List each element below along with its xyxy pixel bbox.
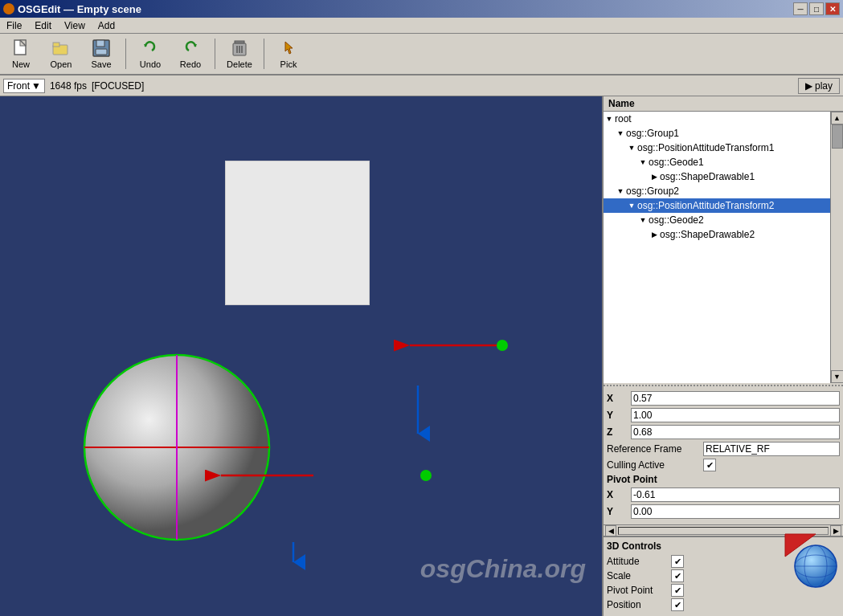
control-check-1[interactable]: ✔	[671, 569, 684, 582]
open-button[interactable]: Open	[43, 35, 79, 72]
delete-label: Delete	[227, 59, 252, 69]
save-icon	[92, 39, 111, 58]
scroll-thumb[interactable]	[832, 124, 843, 149]
toolbar-separator-3	[264, 39, 264, 69]
delete-button[interactable]: Delete	[222, 35, 257, 72]
y-label: Y	[607, 410, 631, 421]
tree-item-shape2[interactable]: ▶osg::ShapeDrawable2	[604, 227, 830, 242]
tree-item-shape1[interactable]: ▶osg::ShapeDrawable1	[604, 169, 830, 184]
new-button[interactable]: New	[3, 35, 39, 72]
tree-item-group2[interactable]: ▼osg::Group2	[604, 184, 830, 198]
pivot-point-header-row: Pivot Point	[607, 474, 840, 485]
minimize-button[interactable]: ─	[793, 2, 808, 15]
x-input[interactable]	[631, 391, 840, 406]
scroll-left-button[interactable]: ◀	[605, 525, 616, 536]
tree-label-geode2: osg::Geode2	[649, 214, 704, 226]
maximize-button[interactable]: □	[809, 2, 824, 15]
save-button[interactable]: Save	[84, 35, 119, 72]
tree-item-group1[interactable]: ▼osg::Group1	[604, 126, 830, 141]
title-bar-controls: ─ □ ✕	[793, 2, 840, 15]
tree-arrow[interactable]: ▶	[649, 230, 660, 239]
tree-item-root[interactable]: ▼root	[604, 112, 830, 126]
undo-label: Undo	[140, 59, 161, 69]
osg-logo-svg	[784, 532, 840, 589]
tree-arrow[interactable]: ▼	[637, 216, 649, 224]
control-label-3: Position	[607, 599, 671, 610]
culling-active-checkbox[interactable]: ✔	[703, 459, 716, 471]
control-check-3[interactable]: ✔	[671, 598, 684, 611]
view-mode-dropdown[interactable]: Front ▼	[3, 79, 45, 93]
tree-item-geode2[interactable]: ▼osg::Geode2	[604, 213, 830, 227]
control-label-1: Scale	[607, 570, 671, 581]
control-check-2[interactable]: ✔	[671, 584, 684, 597]
play-button[interactable]: ▶ play	[798, 78, 840, 94]
white-plane	[225, 161, 370, 305]
tree-label-shape1: osg::ShapeDrawable1	[660, 171, 755, 182]
tree-item-pat1[interactable]: ▼osg::PositionAttitudeTransform1	[604, 141, 830, 155]
x-label: X	[607, 393, 631, 404]
svg-point-22	[497, 340, 508, 351]
tree-scrollbar[interactable]: ▲ ▼	[830, 112, 843, 383]
pivot-y-row: Y	[607, 504, 840, 519]
tree-label-pat1: osg::PositionAttitudeTransform1	[637, 142, 774, 153]
tree-arrow[interactable]: ▼	[626, 144, 637, 152]
tree-arrow[interactable]: ▼	[615, 187, 626, 195]
tree-item-geode1[interactable]: ▼osg::Geode1	[604, 155, 830, 169]
menu-item-view[interactable]: View	[59, 19, 90, 32]
close-button[interactable]: ✕	[825, 2, 840, 15]
pivot-x-input[interactable]	[631, 487, 840, 502]
control-label-0: Attitude	[607, 556, 671, 567]
y-input[interactable]	[631, 408, 840, 422]
property-y-row: Y	[607, 408, 840, 422]
title-bar: OSGEdit — Empty scene ─ □ ✕	[0, 0, 843, 18]
tree-arrow[interactable]: ▼	[604, 115, 615, 123]
menu-item-add[interactable]: Add	[93, 19, 120, 32]
pivot-x-row: X	[607, 487, 840, 502]
play-label: play	[815, 80, 833, 92]
menu-item-edit[interactable]: Edit	[30, 19, 56, 32]
controls-panel: 3D Controls Attitude✔Scale✔Pivot Point✔P…	[604, 536, 843, 616]
menu-bar: FileEditViewAdd	[0, 18, 843, 34]
control-check-0[interactable]: ✔	[671, 555, 684, 568]
view-mode-label: Front	[7, 80, 30, 92]
culling-active-label: Culling Active	[607, 459, 703, 471]
properties-panel: X Y Z Reference Frame Culling Active ✔	[604, 388, 843, 524]
open-icon	[51, 39, 71, 58]
new-icon	[11, 39, 31, 58]
toolbar-separator-2	[215, 39, 215, 69]
dropdown-arrow: ▼	[31, 80, 41, 92]
tree-arrow[interactable]: ▶	[649, 173, 660, 181]
redo-button[interactable]: Redo	[173, 35, 208, 72]
pick-label: Pick	[280, 59, 297, 69]
tree-arrow[interactable]: ▼	[637, 158, 649, 166]
scene-tree: ▼root▼osg::Group1▼osg::PositionAttitudeT…	[604, 112, 830, 383]
reference-frame-row: Reference Frame	[607, 442, 840, 456]
3d-viewport[interactable]: osgChina.org	[0, 96, 602, 616]
menu-item-file[interactable]: File	[2, 19, 27, 32]
status-display: [FOCUSED]	[92, 80, 144, 92]
tree-label-shape2: osg::ShapeDrawable2	[660, 229, 755, 240]
watermark: osgChina.org	[420, 554, 586, 584]
z-input[interactable]	[631, 425, 840, 439]
undo-button[interactable]: Undo	[133, 35, 168, 72]
controls-content: Attitude✔Scale✔Pivot Point✔Position✔	[607, 555, 840, 613]
pivot-y-input[interactable]	[631, 504, 840, 519]
right-panel: Name ▼root▼osg::Group1▼osg::PositionAtti…	[602, 96, 843, 616]
pivot-point-header: Pivot Point	[607, 474, 657, 485]
property-x-row: X	[607, 391, 840, 406]
tree-item-pat2[interactable]: ▼osg::PositionAttitudeTransform2	[604, 198, 830, 213]
tree-label-group2: osg::Group2	[626, 186, 679, 197]
scroll-down-button[interactable]: ▼	[831, 370, 844, 383]
toolbar-separator-1	[125, 39, 126, 69]
svg-point-25	[420, 470, 432, 481]
scene-tree-wrapper: ▼root▼osg::Group1▼osg::PositionAttitudeT…	[604, 112, 843, 383]
tree-arrow[interactable]: ▼	[615, 129, 626, 137]
pivot-y-label: Y	[607, 506, 631, 517]
tree-label-group1: osg::Group1	[626, 128, 679, 139]
scroll-up-button[interactable]: ▲	[831, 112, 844, 124]
svg-marker-7	[144, 44, 147, 47]
svg-marker-8	[194, 44, 197, 47]
reference-frame-input[interactable]	[703, 442, 840, 456]
tree-arrow[interactable]: ▼	[626, 202, 637, 210]
pick-button[interactable]: Pick	[271, 35, 306, 72]
